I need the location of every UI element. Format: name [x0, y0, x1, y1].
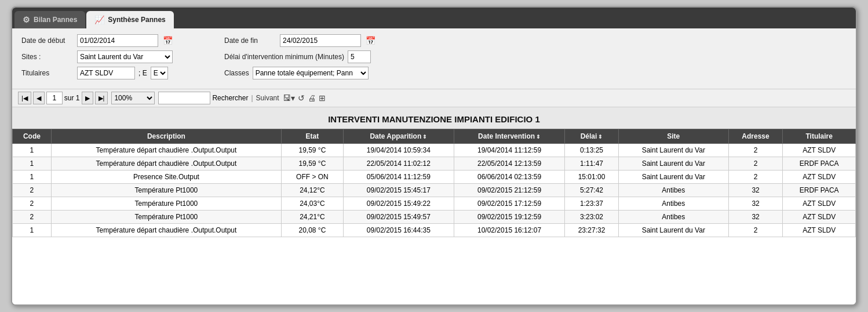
first-page-button[interactable]: |◀: [18, 92, 31, 104]
delay-input[interactable]: [348, 50, 371, 63]
cell-delai: 1:23:37: [565, 197, 619, 211]
report-title: INTERVENTI MANUTENZIONE IMPIANTI EDIFICI…: [12, 107, 856, 129]
table-row: 1Presence Site.OutputOFF > ON05/06/2014 …: [13, 170, 856, 184]
cell-etat: 24,21°C: [282, 211, 344, 224]
cell-code: 2: [13, 211, 52, 224]
cell-description: Température départ chaudière .Output.Out…: [51, 224, 281, 237]
filter-date-debut-group: Date de début 📅: [21, 34, 218, 47]
cell-date_apparition: 19/04/2014 10:59:34: [343, 144, 454, 157]
col-header-date-apparition[interactable]: Date Apparition⇕: [343, 129, 454, 144]
cell-adresse: 32: [728, 184, 783, 197]
cell-titulaire: AZT SLDV: [783, 197, 856, 211]
cell-site: Saint Laurent du Var: [618, 144, 728, 157]
cell-site: Antibes: [618, 184, 728, 197]
print-icon[interactable]: 🖨: [308, 93, 316, 103]
cell-date_intervention: 06/06/2014 02:13:59: [454, 170, 564, 184]
prev-page-button[interactable]: ◀: [33, 92, 45, 104]
cell-code: 1: [13, 144, 52, 157]
sites-label: Sites :: [21, 53, 74, 61]
tab-bilan[interactable]: ⚙ Bilan Pannes: [14, 11, 85, 28]
cell-date_apparition: 09/02/2015 16:44:35: [343, 224, 454, 237]
table-body: 1Température départ chaudière .Output.Ou…: [13, 144, 856, 237]
table-row: 2Température Pt100024,12°C09/02/2015 15:…: [13, 184, 856, 197]
page-number-input[interactable]: [46, 92, 63, 104]
cell-date_apparition: 09/02/2015 15:49:22: [343, 197, 454, 211]
data-table: Code Description Etat Date Apparition⇕ D…: [12, 129, 856, 237]
cell-delai: 1:11:47: [565, 157, 619, 170]
cell-date_apparition: 22/05/2014 11:02:12: [343, 157, 454, 170]
bilan-icon: ⚙: [23, 15, 30, 24]
cell-delai: 0:13:25: [565, 144, 619, 157]
cell-site: Saint Laurent du Var: [618, 224, 728, 237]
titulaires-input[interactable]: [77, 67, 135, 79]
table-row: 1Température départ chaudière .Output.Ou…: [13, 157, 856, 170]
filter-delay-group: Délai d'intervention minimum (Minutes): [224, 50, 371, 63]
cell-titulaire: AZT SLDV: [783, 170, 856, 184]
col-header-date-intervention[interactable]: Date Intervention⇕: [454, 129, 564, 144]
filter-area: Date de début 📅 Date de fin 📅 Sites : Sa…: [12, 28, 856, 89]
date-fin-label: Date de fin: [224, 37, 276, 45]
cell-date_apparition: 05/06/2014 11:12:59: [343, 170, 454, 184]
next-page-button[interactable]: ▶: [82, 92, 93, 104]
col-header-site: Site: [618, 129, 728, 144]
cell-titulaire: AZT SLDV: [783, 211, 856, 224]
filter-row-3: Titulaires ; E E Classes Panne totale éq…: [21, 67, 847, 79]
date-fin-input[interactable]: [280, 34, 361, 47]
table-row: 2Température Pt100024,03°C09/02/2015 15:…: [13, 197, 856, 211]
cell-code: 1: [13, 224, 52, 237]
cell-description: Température départ chaudière .Output.Out…: [51, 157, 281, 170]
cell-code: 1: [13, 157, 52, 170]
tab-bilan-label: Bilan Pannes: [34, 16, 77, 24]
report-area: INTERVENTI MANUTENZIONE IMPIANTI EDIFICI…: [12, 107, 856, 304]
cell-adresse: 32: [728, 197, 783, 211]
table-header-row: Code Description Etat Date Apparition⇕ D…: [13, 129, 856, 144]
titulaires-select[interactable]: E: [151, 67, 168, 79]
titulaires-suffix: ; E: [138, 69, 147, 77]
col-header-titulaire: Titulaire: [783, 129, 856, 144]
cell-site: Saint Laurent du Var: [618, 170, 728, 184]
cell-adresse: 32: [728, 211, 783, 224]
cell-date_intervention: 22/05/2014 12:13:59: [454, 157, 564, 170]
tab-bar: ⚙ Bilan Pannes 📈 Synthèse Pannes: [12, 8, 856, 28]
cell-delai: 5:27:42: [565, 184, 619, 197]
table-row: 1Température départ chaudière .Output.Ou…: [13, 144, 856, 157]
cell-date_intervention: 09/02/2015 19:12:59: [454, 211, 564, 224]
cell-date_intervention: 09/02/2015 21:12:59: [454, 184, 564, 197]
date-fin-calendar-icon[interactable]: 📅: [366, 36, 375, 45]
cell-etat: 24,03°C: [282, 197, 344, 211]
cell-date_apparition: 09/02/2015 15:49:57: [343, 211, 454, 224]
filter-date-fin-group: Date de fin 📅: [224, 34, 375, 47]
tab-synthese-label: Synthèse Pannes: [108, 16, 165, 24]
col-header-adresse: Adresse: [728, 129, 783, 144]
cell-etat: 19,59 °C: [282, 144, 344, 157]
sites-select[interactable]: Saint Laurent du Var: [77, 50, 173, 63]
cell-date_intervention: 19/04/2014 11:12:59: [454, 144, 564, 157]
settings-icon[interactable]: ⊞: [319, 93, 326, 103]
next-label[interactable]: Suivant: [256, 94, 279, 102]
refresh-icon[interactable]: ↺: [298, 93, 305, 103]
search-input[interactable]: [158, 92, 210, 104]
filter-row-1: Date de début 📅 Date de fin 📅: [21, 34, 847, 47]
date-debut-calendar-icon[interactable]: 📅: [163, 36, 173, 45]
cell-adresse: 2: [728, 144, 783, 157]
classes-select[interactable]: Panne totale équipement; Pann: [253, 67, 369, 79]
cell-adresse: 2: [728, 157, 783, 170]
date-debut-input[interactable]: [77, 34, 158, 47]
filter-sites-group: Sites : Saint Laurent du Var: [21, 50, 218, 63]
cell-description: Température départ chaudière .Output.Out…: [51, 144, 281, 157]
zoom-select[interactable]: 100% 50% 75% 125% 150%: [111, 92, 155, 104]
tab-synthese[interactable]: 📈 Synthèse Pannes: [86, 11, 173, 28]
table-row: 2Température Pt100024,21°C09/02/2015 15:…: [13, 211, 856, 224]
col-header-delai[interactable]: Délai⇕: [565, 129, 619, 144]
col-header-code: Code: [13, 129, 52, 144]
cell-site: Antibes: [618, 197, 728, 211]
cell-titulaire: ERDF PACA: [783, 184, 856, 197]
search-label: Rechercher: [212, 94, 248, 102]
last-page-button[interactable]: ▶|: [95, 92, 108, 104]
toolbar: |◀ ◀ sur 1 ▶ ▶| 100% 50% 75% 125% 150% R…: [12, 89, 856, 107]
toolbar-icons: 🖫▾ ↺ 🖨 ⊞: [283, 93, 326, 103]
cell-site: Saint Laurent du Var: [618, 157, 728, 170]
export-dropdown-icon[interactable]: 🖫▾: [283, 93, 295, 103]
titulaires-label: Titulaires: [21, 69, 74, 77]
cell-etat: 19,59 °C: [282, 157, 344, 170]
